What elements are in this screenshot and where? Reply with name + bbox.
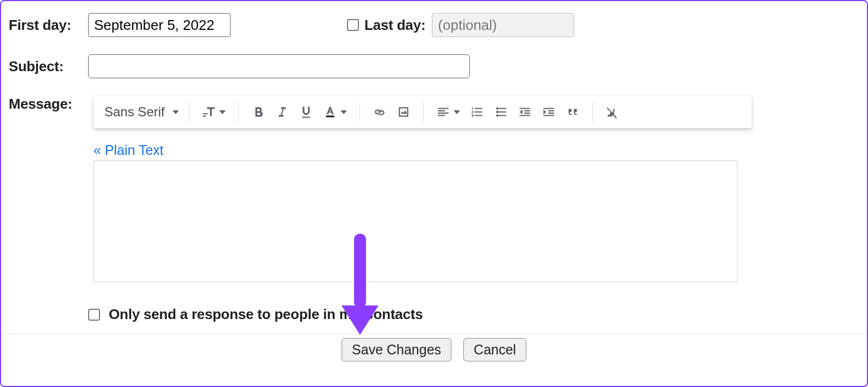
insert-link-button[interactable]: [368, 100, 392, 124]
numbered-list-icon: [470, 105, 484, 119]
italic-button[interactable]: [270, 100, 294, 124]
footer-divider: [2, 334, 866, 334]
remove-format-icon: [605, 105, 619, 119]
quote-icon: [566, 105, 580, 119]
last-day-checkbox[interactable]: [347, 19, 359, 31]
bulleted-list-button[interactable]: [489, 100, 513, 124]
remove-formatting-button[interactable]: [600, 100, 624, 124]
first-day-label: First day:: [9, 17, 88, 34]
quote-button[interactable]: [561, 100, 585, 124]
indent-more-button[interactable]: [537, 100, 561, 124]
last-day-input[interactable]: [432, 13, 574, 37]
chevron-down-icon: [172, 110, 179, 114]
insert-image-button[interactable]: [392, 100, 416, 124]
chevron-down-icon: [340, 110, 347, 114]
underline-button[interactable]: [294, 100, 318, 124]
italic-icon: [275, 105, 289, 119]
font-family-select[interactable]: Sans Serif: [102, 104, 181, 120]
contacts-only-label: Only send a response to people in my Con…: [109, 306, 423, 323]
save-changes-button[interactable]: Save Changes: [342, 338, 451, 361]
link-icon: [373, 105, 387, 119]
subject-label: Subject:: [9, 58, 88, 75]
image-icon: [396, 105, 411, 119]
align-button[interactable]: [431, 100, 465, 124]
first-day-input[interactable]: [88, 13, 231, 37]
bold-button[interactable]: [246, 100, 270, 124]
cancel-button[interactable]: Cancel: [463, 338, 526, 361]
subject-input[interactable]: [88, 54, 470, 78]
contacts-only-checkbox[interactable]: [88, 309, 100, 321]
footer-actions: Save Changes Cancel: [1, 338, 867, 361]
last-day-label: Last day:: [364, 17, 425, 34]
format-toolbar: Sans Serif: [94, 96, 752, 128]
message-editor[interactable]: [94, 160, 737, 282]
chevron-down-icon: [454, 110, 460, 114]
svg-rect-0: [326, 116, 334, 117]
numbered-list-button[interactable]: [465, 100, 489, 124]
font-family-value: Sans Serif: [104, 104, 165, 120]
indent-less-icon: [518, 105, 532, 119]
align-left-icon: [436, 105, 450, 119]
message-label: Message:: [9, 96, 88, 113]
chevron-down-icon: [219, 110, 226, 114]
bulleted-list-icon: [494, 105, 508, 119]
text-color-icon: [323, 105, 337, 119]
indent-more-icon: [542, 105, 556, 119]
indent-less-button[interactable]: [513, 100, 537, 124]
text-size-icon: [202, 105, 216, 119]
text-color-button[interactable]: [318, 100, 352, 124]
underline-icon: [299, 105, 313, 119]
font-size-button[interactable]: [197, 100, 231, 124]
bold-icon: [251, 105, 265, 119]
plain-text-link[interactable]: « Plain Text: [94, 142, 859, 158]
